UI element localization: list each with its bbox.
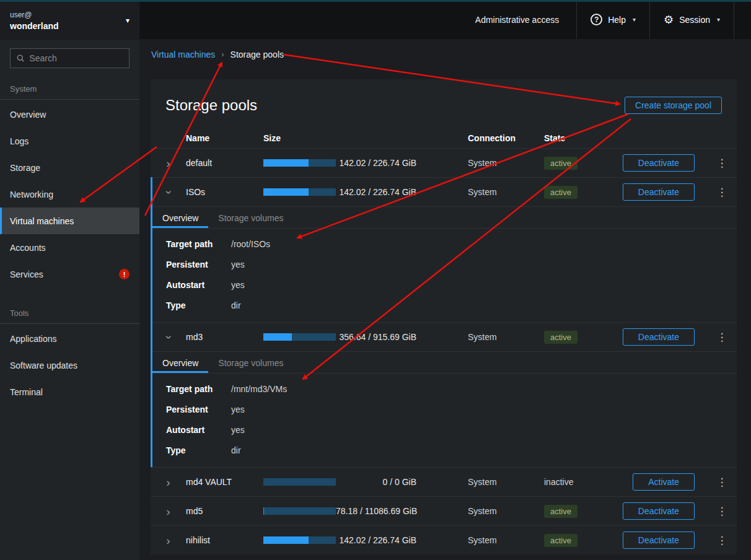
tab-storage-volumes[interactable]: Storage volumes — [208, 352, 293, 373]
kebab-menu-icon[interactable]: ⋮ — [717, 158, 727, 168]
sidebar-item-virtual-machines[interactable]: Virtual machines — [0, 208, 139, 234]
usage-bar-fill — [263, 536, 309, 544]
detail-value: /root/ISOs — [231, 238, 270, 250]
breadcrumb-separator-icon: › — [221, 50, 224, 59]
gear-icon: ⚙ — [664, 14, 674, 25]
pool-action-cell: Deactivate — [618, 183, 707, 201]
sidebar-item-overview[interactable]: Overview — [0, 101, 139, 128]
sidebar-item-logs[interactable]: Logs — [0, 128, 139, 154]
session-label: Session — [679, 15, 710, 25]
expand-chevron-icon[interactable]: › — [163, 190, 175, 194]
column-header-connection: Connection — [468, 133, 544, 143]
tab-overview[interactable]: Overview — [152, 207, 208, 228]
pool-state-cell: active — [544, 186, 618, 199]
pool-name: default — [186, 158, 263, 168]
breadcrumb: Virtual machines › Storage pools — [139, 39, 751, 69]
sidebar-item-terminal[interactable]: Terminal — [0, 378, 139, 405]
host-switcher[interactable]: user@ wonderland ▾ — [0, 0, 139, 40]
detail-tabs: OverviewStorage volumes — [152, 352, 737, 374]
pool-action-button[interactable]: Deactivate — [623, 328, 695, 346]
sidebar-item-software-updates[interactable]: Software updates — [0, 352, 139, 378]
pool-menu-cell: ⋮ — [707, 187, 737, 198]
sidebar-item-services[interactable]: Services ! — [0, 261, 139, 287]
administrative-access-label: Administrative access — [475, 15, 559, 25]
pool-action-button[interactable]: Deactivate — [623, 502, 695, 520]
masthead-spacer — [139, 0, 475, 39]
detail-tabs: OverviewStorage volumes — [152, 207, 737, 229]
pool-state-cell: active — [544, 331, 618, 344]
search-box[interactable] — [10, 48, 130, 68]
expand-chevron-icon[interactable]: › — [166, 157, 170, 169]
kebab-menu-icon[interactable]: ⋮ — [717, 535, 727, 546]
pool-action-button[interactable]: Deactivate — [623, 532, 695, 549]
sidebar-item-storage[interactable]: Storage — [0, 154, 139, 181]
usage-bar — [263, 159, 336, 167]
expand-chevron-icon[interactable]: › — [166, 535, 170, 546]
pool-name: md4 VAULT — [186, 477, 263, 487]
help-menu[interactable]: ? Help ▾ — [576, 0, 649, 39]
pool-menu-cell: ⋮ — [707, 332, 737, 343]
pool-state-cell: inactive — [544, 477, 618, 487]
detail-list: Target path/mnt/md3/VMsPersistentyesAuto… — [152, 374, 737, 467]
pool-detail-panel: OverviewStorage volumes Target path/mnt/… — [152, 351, 737, 467]
pool-action-button[interactable]: Deactivate — [623, 154, 695, 172]
state-badge: active — [544, 505, 578, 518]
detail-row-type: Typedir — [166, 445, 737, 457]
detail-value: yes — [231, 424, 245, 436]
kebab-menu-icon[interactable]: ⋮ — [717, 506, 727, 517]
pool-connection: System — [468, 506, 544, 516]
detail-term: Target path — [166, 383, 231, 395]
pool-state-cell: active — [544, 534, 618, 547]
detail-value: yes — [231, 279, 245, 291]
search-icon — [17, 54, 24, 63]
sidebar-item-label: Terminal — [10, 387, 43, 397]
pool-state-cell: active — [544, 505, 618, 518]
column-header-state: State — [544, 133, 618, 143]
create-storage-pool-button[interactable]: Create storage pool — [625, 97, 722, 114]
main-content: Storage pools Create storage pool Name S… — [139, 69, 751, 560]
expanded-group-md3: › md3 356.64 / 915.69 GiB System active … — [151, 322, 737, 467]
pool-action-cell: Deactivate — [618, 532, 707, 549]
detail-row-autostart: Autostartyes — [166, 424, 737, 436]
search-wrap — [0, 40, 139, 74]
detail-term: Autostart — [166, 424, 231, 436]
detail-term: Type — [166, 445, 231, 457]
detail-list: Target path/root/ISOsPersistentyesAutost… — [152, 229, 737, 322]
state-badge: active — [544, 331, 578, 344]
sidebar-item-networking[interactable]: Networking — [0, 181, 139, 208]
sidebar-item-label: Logs — [10, 136, 29, 146]
card-header: Storage pools Create storage pool — [151, 79, 737, 128]
sidebar-item-accounts[interactable]: Accounts — [0, 234, 139, 261]
kebab-menu-icon[interactable]: ⋮ — [717, 187, 727, 198]
tab-overview[interactable]: Overview — [152, 352, 208, 373]
usage-bar — [263, 188, 336, 196]
pool-connection: System — [468, 477, 544, 487]
sidebar-section-label-tools: Tools — [0, 299, 139, 324]
pool-size-cell: 142.02 / 226.74 GiB — [263, 187, 468, 197]
pool-size: 0 / 0 GiB — [336, 477, 468, 487]
session-menu[interactable]: ⚙ Session ▾ — [649, 0, 734, 39]
pool-action-button[interactable]: Activate — [633, 473, 695, 491]
breadcrumb-link-virtual-machines[interactable]: Virtual machines — [151, 50, 215, 59]
pool-action-cell: Activate — [618, 473, 707, 491]
expand-cell: › — [151, 476, 186, 488]
detail-term: Persistent — [166, 404, 231, 416]
search-input[interactable] — [29, 53, 123, 63]
pool-size-cell: 78.18 / 11086.69 GiB — [263, 506, 468, 516]
tab-storage-volumes[interactable]: Storage volumes — [208, 207, 293, 228]
expand-chevron-icon[interactable]: › — [166, 505, 170, 517]
pool-name: md3 — [186, 332, 263, 342]
pool-size: 356.64 / 915.69 GiB — [336, 332, 468, 342]
kebab-menu-icon[interactable]: ⋮ — [717, 477, 727, 488]
pool-size: 142.02 / 226.74 GiB — [336, 535, 468, 545]
expand-chevron-icon[interactable]: › — [166, 476, 170, 488]
pool-action-button[interactable]: Deactivate — [623, 183, 695, 201]
sidebar-item-label: Storage — [10, 163, 40, 173]
usage-bar-fill — [263, 188, 309, 196]
masthead: Administrative access ? Help ▾ ⚙ Session… — [139, 0, 751, 39]
pool-name: nihilist — [186, 535, 263, 545]
kebab-menu-icon[interactable]: ⋮ — [717, 332, 727, 343]
sidebar-item-applications[interactable]: Applications — [0, 325, 139, 352]
host-info: user@ wonderland — [10, 11, 59, 31]
expand-chevron-icon[interactable]: › — [163, 335, 175, 339]
